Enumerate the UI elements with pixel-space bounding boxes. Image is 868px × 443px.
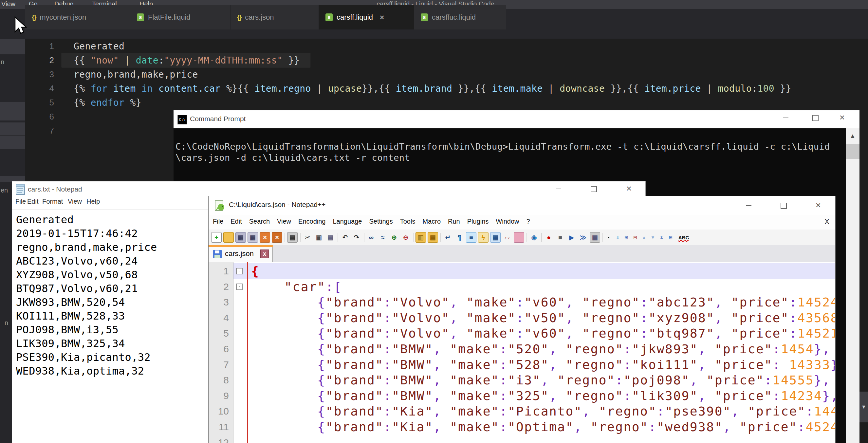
menu-item-plugins[interactable]: Plugins	[467, 218, 489, 225]
tab-carsff-liquid[interactable]: scarsff.liquid×	[319, 5, 414, 29]
code-line[interactable]: {{ "now" | date:"yyyy-MM-ddTHH:mm:ss" }}	[74, 53, 300, 67]
json-line[interactable]: {"brand":"Volvo", "make":"v60", "regno":…	[251, 294, 836, 310]
cmd-scrollbar[interactable]: ▲	[846, 128, 860, 443]
column-marker-icon[interactable]: ⊟	[631, 234, 639, 241]
json-line[interactable]: {	[251, 263, 259, 279]
sync-horizontal-icon[interactable]: ▤	[428, 232, 438, 243]
sidebar-item[interactable]	[0, 135, 25, 149]
json-line[interactable]: "car":[	[251, 279, 342, 295]
copy-icon[interactable]: ▣	[314, 232, 324, 242]
menu-item-window[interactable]: Window	[496, 218, 519, 225]
open-folder-icon[interactable]	[223, 232, 234, 243]
menu-item-encoding[interactable]: Encoding	[298, 218, 326, 225]
sidebar-item[interactable]	[0, 102, 25, 121]
menu-item-settings[interactable]: Settings	[369, 218, 393, 225]
sync-vertical-icon[interactable]: ▥	[415, 232, 426, 243]
menu-item-help[interactable]: Help	[87, 198, 100, 205]
code-line[interactable]: Generated	[74, 39, 124, 53]
menu-item-q[interactable]: ?	[526, 218, 530, 225]
new-file-icon[interactable]: +	[211, 232, 222, 243]
minimize-button[interactable]	[549, 181, 568, 196]
scroll-up-icon[interactable]: ▲	[846, 128, 860, 144]
close-button[interactable]: ×	[832, 110, 852, 125]
menu-item-file[interactable]: File	[213, 218, 223, 225]
zoom-in-icon[interactable]: ⊕	[389, 232, 399, 242]
json-line[interactable]: {"brand":"BMW", "make":"325", "regno":"l…	[251, 388, 836, 404]
cmd-scrollbar-thumb[interactable]	[846, 144, 860, 159]
save-icon[interactable]: ▦	[236, 232, 246, 243]
sum-icon[interactable]: Σ	[658, 234, 665, 241]
json-line[interactable]: {"brand":"BMW", "make":"528", "regno":"k…	[251, 357, 836, 373]
monitoring-eye-icon[interactable]: ◉	[529, 232, 539, 242]
doc-switcher-icon[interactable]: ▱	[502, 232, 512, 242]
tab-cars-json[interactable]: cars.json x	[209, 245, 273, 262]
cmd-titlebar[interactable]: C:\ Command Prompt ×	[174, 110, 860, 128]
json-line[interactable]: {"brand":"Volvo", "make":"v50", "regno":…	[251, 310, 836, 326]
undo-icon[interactable]: ↶	[340, 232, 350, 242]
tab-close-icon[interactable]: x	[260, 250, 269, 258]
print-icon[interactable]: ▤	[287, 232, 298, 243]
close-button[interactable]: ×	[619, 181, 639, 196]
code-line[interactable]: {% endfor %}	[74, 96, 142, 110]
menu-item-file[interactable]: File	[16, 198, 26, 205]
scroll-down-icon[interactable]: ▼	[860, 391, 868, 422]
menu-item-run[interactable]: Run	[448, 218, 460, 225]
json-line[interactable]: {"brand":"Kia", "make":"Optima", "regno"…	[251, 419, 836, 435]
tab-cars-json[interactable]: {}cars.json	[230, 5, 319, 29]
sidebar-item[interactable]	[0, 122, 25, 135]
menu-item-macro[interactable]: Macro	[423, 218, 441, 225]
maximize-button[interactable]	[774, 198, 793, 213]
menu-item-language[interactable]: Language	[333, 218, 362, 225]
redo-icon[interactable]: ↷	[352, 232, 362, 242]
macro-play-icon[interactable]: ▶	[567, 232, 577, 242]
sidebar-item[interactable]	[0, 39, 25, 54]
code-line[interactable]: {% for item in content.car %}{{ item.reg…	[74, 82, 792, 96]
paste-icon[interactable]: ▤	[326, 232, 335, 242]
cut-icon[interactable]: ✂	[303, 232, 312, 242]
zoom-out-icon[interactable]: ⊖	[401, 232, 411, 242]
tab-carsffuc-liquid[interactable]: scarsffuc.liquid	[414, 5, 506, 29]
json-line[interactable]: {"brand":"Kia", "make":"Picanto", "regno…	[251, 403, 836, 419]
close-doc-icon[interactable]: ×	[260, 232, 270, 243]
indent-guide-icon[interactable]: ≡	[466, 232, 476, 243]
grid-icon[interactable]: ⊞	[667, 234, 674, 241]
find-icon[interactable]: ∞	[366, 232, 376, 242]
menu-item-view[interactable]: View	[1, 0, 16, 8]
maximize-button[interactable]	[584, 181, 603, 196]
macro-save-icon[interactable]: ▦	[590, 232, 600, 243]
show-all-characters-icon[interactable]: ¶	[455, 232, 464, 242]
tab-FlatFile-liquid[interactable]: sFlatFile.liquid	[130, 5, 230, 29]
code-line[interactable]: regno,brand,make,price	[74, 67, 198, 82]
menu-item-view[interactable]: View	[68, 198, 82, 205]
menu-close-icon[interactable]: X	[825, 217, 829, 226]
fold-collapse-icon[interactable]: -	[236, 284, 243, 290]
menu-item-edit[interactable]: Edit	[27, 198, 38, 205]
sort-asc-icon[interactable]: ▲	[641, 234, 648, 241]
word-wrap-icon[interactable]: ↵	[443, 232, 453, 242]
function-list-icon[interactable]: ϟ	[478, 232, 489, 243]
macro-record-icon[interactable]: ●	[544, 232, 554, 242]
macro-run-multiple-icon[interactable]: ≫	[578, 232, 588, 242]
save-all-icon[interactable]: ▦	[248, 232, 258, 243]
minimize-button[interactable]	[776, 110, 796, 125]
macro-stop-icon[interactable]: ■	[555, 232, 565, 242]
folder-as-workspace-icon[interactable]	[514, 232, 524, 243]
tab-close-icon[interactable]: ×	[379, 12, 384, 23]
close-button[interactable]: ×	[808, 198, 828, 213]
maximize-button[interactable]	[805, 110, 825, 125]
fold-collapse-icon[interactable]: -	[236, 268, 243, 274]
sort-desc-icon[interactable]: ▼	[649, 234, 656, 241]
minimize-button[interactable]	[739, 198, 758, 213]
close-all-icon[interactable]: ×	[272, 232, 282, 243]
doc-peek-icon[interactable]: ⇩	[614, 234, 621, 241]
tab-myconten-json[interactable]: {}myconten.json	[25, 5, 130, 29]
menu-item-format[interactable]: Format	[42, 198, 63, 205]
json-line[interactable]: {"brand":"BMW", "make":"i3", "regno":"po…	[251, 372, 831, 388]
menu-item-search[interactable]: Search	[249, 218, 270, 225]
spell-check-icon[interactable]: ABC	[676, 232, 691, 242]
menu-item-tools[interactable]: Tools	[400, 218, 415, 225]
json-line[interactable]: {"brand":"BMW", "make":"520", "regno":"j…	[251, 341, 831, 357]
replace-icon[interactable]: ≈	[378, 232, 388, 242]
json-line[interactable]: {"brand":"Volvo", "make":"v60", "regno":…	[251, 325, 836, 341]
edge-mode-icon[interactable]: ▪	[605, 234, 612, 241]
